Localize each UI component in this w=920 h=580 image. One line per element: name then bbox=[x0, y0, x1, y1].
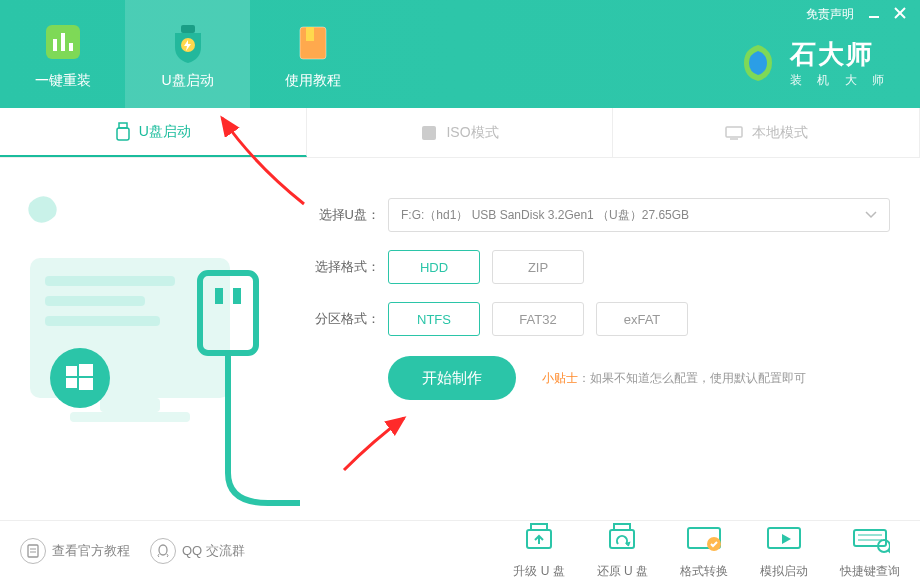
format-label: 选择格式： bbox=[310, 258, 388, 276]
minimize-button[interactable] bbox=[868, 7, 880, 22]
brand-subtitle: 装 机 大 师 bbox=[790, 72, 890, 89]
tab-reinstall[interactable]: 一键重装 bbox=[0, 0, 125, 108]
subtabs: U盘启动 ISO模式 本地模式 bbox=[0, 108, 920, 158]
tool-restore-usb[interactable]: 还原 U 盘 bbox=[597, 521, 648, 580]
restore-usb-icon bbox=[602, 521, 642, 557]
select-usb-label: 选择U盘： bbox=[310, 206, 388, 224]
svg-rect-26 bbox=[66, 378, 77, 388]
svg-rect-15 bbox=[726, 127, 742, 137]
svg-rect-3 bbox=[69, 43, 73, 51]
svg-rect-8 bbox=[306, 27, 314, 41]
subtab-label: U盘启动 bbox=[139, 123, 191, 141]
usb-select[interactable]: F:G:（hd1） USB SanDisk 3.2Gen1 （U盘）27.65G… bbox=[388, 198, 890, 232]
official-tutorial-link[interactable]: 查看官方教程 bbox=[20, 538, 130, 564]
svg-rect-2 bbox=[61, 33, 65, 51]
upgrade-usb-icon bbox=[519, 521, 559, 557]
book-icon bbox=[289, 18, 337, 66]
format-convert-icon bbox=[684, 521, 724, 557]
tab-usb-boot[interactable]: U盘启动 bbox=[125, 0, 250, 108]
hotkey-icon bbox=[850, 521, 890, 557]
subtab-iso[interactable]: ISO模式 bbox=[307, 108, 614, 157]
nav-tabs: 一键重装 U盘启动 使用教程 bbox=[0, 0, 375, 108]
tab-label: 一键重装 bbox=[35, 72, 91, 90]
tool-label: 模拟启动 bbox=[760, 563, 808, 580]
svg-rect-30 bbox=[233, 288, 241, 304]
usb-select-value: F:G:（hd1） USB SanDisk 3.2Gen1 （U盘）27.65G… bbox=[401, 207, 689, 224]
iso-icon bbox=[420, 124, 438, 142]
usb-icon bbox=[115, 122, 131, 142]
tool-label: 还原 U 盘 bbox=[597, 563, 648, 580]
svg-line-46 bbox=[888, 550, 890, 554]
subtab-usb-boot[interactable]: U盘启动 bbox=[0, 108, 307, 157]
qq-group-link[interactable]: QQ 交流群 bbox=[150, 538, 245, 564]
svg-rect-1 bbox=[53, 39, 57, 51]
svg-rect-14 bbox=[422, 126, 436, 140]
tool-label: 格式转换 bbox=[680, 563, 728, 580]
format-option-zip[interactable]: ZIP bbox=[492, 250, 584, 284]
subtab-label: ISO模式 bbox=[446, 124, 498, 142]
form-pane: 选择U盘： F:G:（hd1） USB SanDisk 3.2Gen1 （U盘）… bbox=[300, 158, 920, 520]
link-label: 查看官方教程 bbox=[52, 542, 130, 560]
tool-upgrade-usb[interactable]: 升级 U 盘 bbox=[513, 521, 564, 580]
subtab-label: 本地模式 bbox=[752, 124, 808, 142]
svg-rect-42 bbox=[854, 530, 886, 546]
svg-rect-20 bbox=[45, 316, 160, 326]
svg-rect-22 bbox=[70, 412, 190, 422]
tool-label: 快捷键查询 bbox=[840, 563, 900, 580]
tip-text: 小贴士：如果不知道怎么配置，使用默认配置即可 bbox=[542, 370, 806, 387]
svg-rect-21 bbox=[100, 398, 160, 412]
qq-icon bbox=[150, 538, 176, 564]
titlebar: 免责声明 bbox=[792, 0, 920, 29]
svg-rect-13 bbox=[117, 128, 129, 140]
monitor-icon bbox=[724, 125, 744, 141]
tab-label: 使用教程 bbox=[285, 72, 341, 90]
tool-format-convert[interactable]: 格式转换 bbox=[680, 521, 728, 580]
tab-tutorial[interactable]: 使用教程 bbox=[250, 0, 375, 108]
close-button[interactable] bbox=[894, 7, 906, 22]
svg-rect-27 bbox=[79, 378, 93, 390]
brand-title: 石大师 bbox=[790, 37, 890, 72]
svg-rect-29 bbox=[215, 288, 223, 304]
partition-option-exfat[interactable]: exFAT bbox=[596, 302, 688, 336]
footer: 查看官方教程 QQ 交流群 升级 U 盘 还原 U 盘 格式转换 模拟启动 快捷… bbox=[0, 520, 920, 580]
tool-label: 升级 U 盘 bbox=[513, 563, 564, 580]
partition-option-ntfs[interactable]: NTFS bbox=[388, 302, 480, 336]
brand: 石大师 装 机 大 师 bbox=[736, 37, 920, 89]
simulate-boot-icon bbox=[764, 521, 804, 557]
chart-icon bbox=[39, 18, 87, 66]
app-header: 一键重装 U盘启动 使用教程 免责声明 石大师 装 机 大 师 bbox=[0, 0, 920, 108]
svg-rect-25 bbox=[79, 364, 93, 376]
usb-shield-icon bbox=[164, 18, 212, 66]
svg-point-34 bbox=[159, 545, 167, 555]
start-button[interactable]: 开始制作 bbox=[388, 356, 516, 400]
svg-rect-18 bbox=[45, 276, 175, 286]
svg-rect-31 bbox=[28, 545, 38, 557]
link-label: QQ 交流群 bbox=[182, 542, 245, 560]
tool-hotkey-lookup[interactable]: 快捷键查询 bbox=[840, 521, 900, 580]
svg-rect-19 bbox=[45, 296, 145, 306]
tab-label: U盘启动 bbox=[161, 72, 213, 90]
svg-rect-24 bbox=[66, 366, 77, 376]
chevron-down-icon bbox=[865, 211, 877, 219]
format-option-hdd[interactable]: HDD bbox=[388, 250, 480, 284]
subtab-local[interactable]: 本地模式 bbox=[613, 108, 920, 157]
disclaimer-link[interactable]: 免责声明 bbox=[806, 6, 854, 23]
svg-rect-4 bbox=[181, 25, 195, 33]
tool-simulate-boot[interactable]: 模拟启动 bbox=[760, 521, 808, 580]
doc-icon bbox=[20, 538, 46, 564]
partition-option-fat32[interactable]: FAT32 bbox=[492, 302, 584, 336]
logo-icon bbox=[736, 41, 780, 85]
illustration-pane bbox=[0, 158, 300, 520]
partition-label: 分区格式： bbox=[310, 310, 388, 328]
svg-rect-38 bbox=[610, 530, 634, 548]
